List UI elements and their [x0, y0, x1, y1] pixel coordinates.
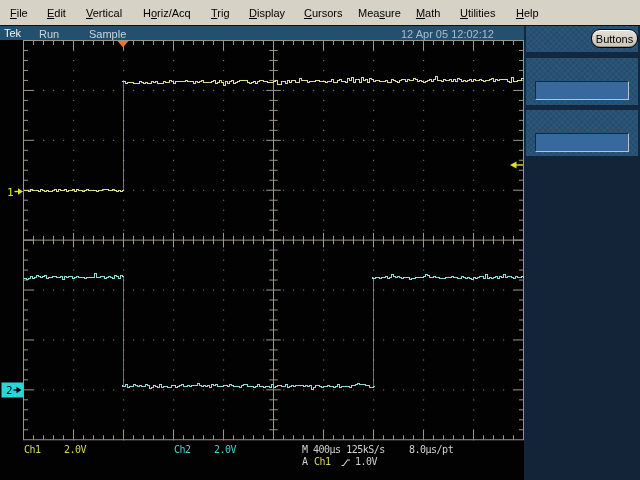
menu-item-display[interactable]: Display [249, 7, 285, 19]
rising-edge-icon [341, 459, 351, 467]
menu-item-measure[interactable]: Measure [358, 7, 401, 19]
ch1-label: Ch1 [24, 445, 41, 455]
menu-item-edit[interactable]: Edit [47, 7, 66, 19]
buttons-button[interactable]: Buttons [591, 29, 638, 48]
timebase-readout: M 400µs 125kS/s [302, 445, 385, 455]
ch1-reference-marker[interactable]: 1 [7, 186, 23, 199]
trigger-source-readout: Ch1 [314, 457, 331, 467]
trigger-prefix: A [302, 457, 308, 467]
tek-logo: Tek [4, 27, 21, 39]
graticule-frame [24, 41, 524, 440]
menu-item-file[interactable]: File [10, 7, 28, 19]
trigger-level-arrow[interactable] [510, 162, 523, 169]
acquisition-mode: Sample [89, 28, 126, 40]
menu-item-math[interactable]: Math [416, 7, 440, 19]
panel-readout-well-1[interactable] [535, 81, 629, 100]
ch1-scale-readout: 2.0V [64, 445, 86, 455]
resolution-readout: 8.0µs/pt [409, 445, 453, 455]
side-panel [524, 26, 640, 480]
ch2-scale-readout: 2.0V [214, 445, 236, 455]
waveform-display: 12 Ch1 2.0V Ch2 2.0V M 400µs 125kS/s 8.0… [0, 40, 524, 480]
panel-readout-well-2[interactable] [535, 133, 629, 152]
menu-item-utilities[interactable]: Utilities [460, 7, 495, 19]
acquisition-state: Run [39, 28, 59, 40]
ch2-reference-marker[interactable]: 2 [2, 383, 24, 398]
menu-item-horiz-acq[interactable]: Horiz/Acq [143, 7, 191, 19]
trigger-level-readout: 1.0V [355, 457, 377, 467]
svg-text:1: 1 [7, 186, 14, 199]
menu-item-cursors[interactable]: Cursors [304, 7, 343, 19]
svg-text:2: 2 [6, 384, 13, 397]
menu-item-help[interactable]: Help [516, 7, 539, 19]
graticule-canvas: 12 [0, 40, 524, 480]
trigger-position-marker[interactable] [118, 41, 129, 47]
menu-item-trig[interactable]: Trig [211, 7, 230, 19]
menubar: FileEditVerticalHoriz/AcqTrigDisplayCurs… [0, 0, 640, 26]
ch2-label: Ch2 [174, 445, 191, 455]
datetime: 12 Apr 05 12:02:12 [401, 28, 494, 40]
menu-item-vertical[interactable]: Vertical [86, 7, 122, 19]
